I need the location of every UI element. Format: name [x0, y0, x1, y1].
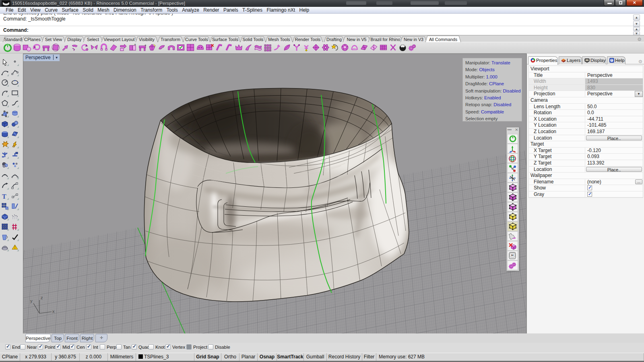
svg-text:Drafting: Drafting	[326, 37, 342, 42]
svg-text:Standard: Standard	[4, 37, 22, 42]
svg-text:New in V5: New in V5	[347, 37, 366, 42]
svg-text:H: H	[511, 253, 514, 257]
svg-text:New in V3: New in V3	[404, 37, 423, 42]
svg-text:All Commands: All Commands	[429, 37, 458, 42]
svg-text:Set View: Set View	[45, 37, 62, 42]
svg-text:Viewport Layout: Viewport Layout	[103, 37, 134, 42]
svg-text:y: y	[30, 298, 33, 303]
svg-text:+: +	[134, 43, 136, 47]
svg-text:Brazil for Rhino: Brazil for Rhino	[371, 37, 400, 42]
svg-text:Transform: Transform	[161, 37, 180, 42]
svg-text:x: x	[52, 309, 55, 314]
svg-text:Render Tools: Render Tools	[295, 37, 321, 42]
svg-text:Visibility: Visibility	[139, 37, 155, 42]
svg-text:Mesh Tools: Mesh Tools	[268, 37, 290, 42]
svg-text:z: z	[41, 295, 43, 300]
svg-text:Surface Tools: Surface Tools	[212, 37, 239, 42]
svg-text:+: +	[144, 43, 147, 47]
svg-text:Display: Display	[67, 37, 82, 42]
svg-text:CPlanes: CPlanes	[24, 37, 41, 42]
svg-text:T: T	[2, 193, 6, 200]
svg-text:Solid Tools: Solid Tools	[242, 37, 264, 42]
svg-text:Select: Select	[87, 37, 99, 42]
svg-text:Curve Tools: Curve Tools	[185, 37, 208, 42]
